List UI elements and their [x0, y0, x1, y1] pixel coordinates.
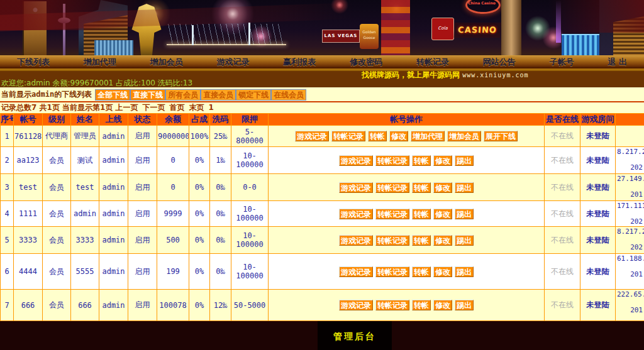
action-button-kick-out[interactable]: 踢出 [455, 266, 474, 277]
action-button-transfer[interactable]: 转帐 [412, 266, 431, 277]
action-button-add-member[interactable]: 增加会员 [447, 131, 481, 141]
nav-item-change-password[interactable]: 修改密码 [350, 57, 382, 68]
china-casino-neon-sign: China Casino [466, 1, 497, 5]
action-button-transfer[interactable]: 转帐 [412, 155, 431, 166]
action-button-transfer[interactable]: 转帐 [412, 300, 431, 310]
pagination-first-page[interactable]: 首页 [170, 103, 185, 112]
admin-backend-page: LAS VEGAS Golden Goose Cola China Casino… [0, 0, 644, 350]
cell-index: 6 [1, 254, 14, 290]
filter-button-all-members[interactable]: 所有会员 [165, 89, 201, 101]
nav-item-game-records[interactable]: 游戏记录 [216, 57, 249, 68]
cell-account: 666 [14, 290, 43, 321]
cell-actions: 游戏记录转帐记录转帐修改踢出 [269, 174, 545, 201]
action-button-game-records[interactable]: 游戏记录 [339, 300, 373, 310]
filter-button-direct-downline[interactable]: 直接下线 [130, 89, 165, 101]
nav-item-add-member[interactable]: 增加会员 [150, 57, 183, 68]
filter-button-locked-downline[interactable]: 锁定下线 [236, 89, 271, 101]
action-button-transfer[interactable]: 转帐 [412, 182, 431, 193]
action-button-kick-out[interactable]: 踢出 [455, 155, 474, 166]
cell-status: 启用 [128, 201, 157, 227]
cell-level: 代理商 [43, 126, 71, 147]
pagination-prev-page[interactable]: 上一页 [116, 103, 138, 112]
action-button-transfer-records[interactable]: 转帐记录 [375, 209, 409, 219]
nav-item-add-agent[interactable]: 增加代理 [84, 57, 116, 68]
action-button-transfer[interactable]: 转帐 [412, 209, 431, 219]
nav-item-sub-account[interactable]: 子帐号 [550, 57, 574, 68]
cell-account: 3333 [14, 227, 43, 254]
pagination-last-page[interactable]: 末页 [189, 103, 204, 112]
action-button-game-records[interactable]: 游戏记录 [339, 182, 373, 193]
cell-share: 0% [189, 147, 210, 174]
cell-share: 0% [189, 254, 210, 290]
marquee-url[interactable]: www.xiniuym.com [462, 72, 528, 79]
banner-bridge-pylon [248, 23, 250, 45]
cell-share: 0% [189, 290, 210, 321]
cell-ip-time: 8.217.29202 [616, 147, 644, 174]
cola-neon-sign: Cola [431, 18, 454, 40]
cell-game-room: 未登陆 [580, 227, 616, 254]
cell-name: 3333 [71, 227, 99, 254]
action-button-edit[interactable]: 修改 [433, 266, 452, 277]
filter-button-online-members[interactable]: 在线会员 [271, 89, 306, 101]
pagination-page-1[interactable]: 1 [209, 103, 214, 112]
action-button-transfer[interactable]: 转帐 [368, 131, 387, 141]
cell-game-room: 未登陆 [580, 201, 616, 227]
downline-table: 序号帐号级别姓名上线状态余额占成洗码限押帐号操作是否在线游戏房间 1761128… [0, 113, 644, 321]
nav-item-site-announcement[interactable]: 网站公告 [483, 57, 516, 68]
nav-item-downline-list[interactable]: 下线列表 [17, 57, 50, 68]
table-row: 2aa123会员测试admin启用00%1‰10-100000游戏记录转帐记录转… [1, 147, 644, 174]
cell-limit: 10-100000 [231, 254, 269, 290]
admin-backend-button[interactable]: 管理后台 [318, 321, 392, 350]
cell-balance: 500 [157, 227, 189, 254]
action-button-add-agent[interactable]: 增加代理 [411, 131, 445, 141]
cell-name: 666 [71, 290, 99, 321]
table-row: 41111会员adminadmin启用99990%0‰10-100000游戏记录… [1, 201, 644, 227]
action-button-transfer-records[interactable]: 转帐记录 [375, 182, 409, 193]
cell-account: 4444 [14, 254, 43, 290]
action-button-edit[interactable]: 修改 [433, 300, 452, 310]
filter-label-suffix: 的下线列表 [54, 90, 92, 99]
action-button-game-records[interactable]: 游戏记录 [339, 266, 373, 277]
marquee-message: 找棋牌源码，就上犀牛源码网 [362, 71, 460, 79]
nav-item-transfer-records[interactable]: 转帐记录 [416, 57, 449, 68]
cell-upline: admin [99, 254, 128, 290]
login-ip: 171.111. [617, 202, 643, 210]
action-button-game-records[interactable]: 游戏记录 [295, 131, 329, 141]
pagination-summary: 记录总数7 共1页 当前显示第1页 [1, 103, 113, 112]
cell-actions: 游戏记录转帐记录转帐修改踢出 [269, 147, 545, 174]
cell-ip-time: 222.65.1201 [616, 290, 644, 321]
cell-share: 0% [189, 174, 210, 201]
nav-item-profit-report[interactable]: 赢利报表 [283, 57, 316, 68]
action-button-transfer-records[interactable]: 转帐记录 [375, 155, 409, 166]
action-button-edit[interactable]: 修改 [433, 182, 452, 193]
cell-actions: 游戏记录转帐记录转帐修改踢出 [269, 290, 545, 321]
action-button-edit[interactable]: 修改 [433, 155, 452, 166]
cell-status: 启用 [128, 126, 157, 147]
action-button-game-records[interactable]: 游戏记录 [339, 155, 373, 166]
cell-level: 会员 [43, 147, 71, 174]
action-button-transfer-records[interactable]: 转帐记录 [375, 300, 409, 310]
action-button-kick-out[interactable]: 踢出 [455, 209, 474, 219]
cell-index: 2 [1, 147, 14, 174]
action-button-transfer-records[interactable]: 转帐记录 [375, 266, 409, 277]
action-button-kick-out[interactable]: 踢出 [455, 300, 474, 310]
action-button-kick-out[interactable]: 踢出 [455, 182, 474, 193]
filter-button-all-downline[interactable]: 全部下线 [95, 89, 130, 101]
action-button-transfer[interactable]: 转帐 [412, 235, 431, 246]
action-button-transfer-records[interactable]: 转帐记录 [375, 235, 409, 246]
action-button-kick-out[interactable]: 踢出 [455, 235, 474, 246]
action-button-game-records[interactable]: 游戏记录 [339, 235, 373, 246]
pagination-next-page[interactable]: 下一页 [143, 103, 165, 112]
action-button-game-records[interactable]: 游戏记录 [339, 209, 373, 219]
action-button-edit[interactable]: 修改 [433, 235, 452, 246]
nav-item-logout[interactable]: 退 出 [608, 57, 628, 68]
action-button-edit[interactable]: 修改 [433, 209, 452, 219]
login-ip: 27.149.1 [617, 175, 643, 183]
action-button-expand-downline[interactable]: 展开下线 [484, 131, 518, 141]
filter-button-direct-members[interactable]: 直接会员 [201, 89, 236, 101]
cell-account: 761128 [14, 126, 43, 147]
action-button-edit[interactable]: 修改 [389, 131, 408, 141]
cell-name: admin [71, 201, 99, 227]
cell-balance: 100078 [157, 290, 189, 321]
action-button-transfer-records[interactable]: 转帐记录 [331, 131, 365, 141]
